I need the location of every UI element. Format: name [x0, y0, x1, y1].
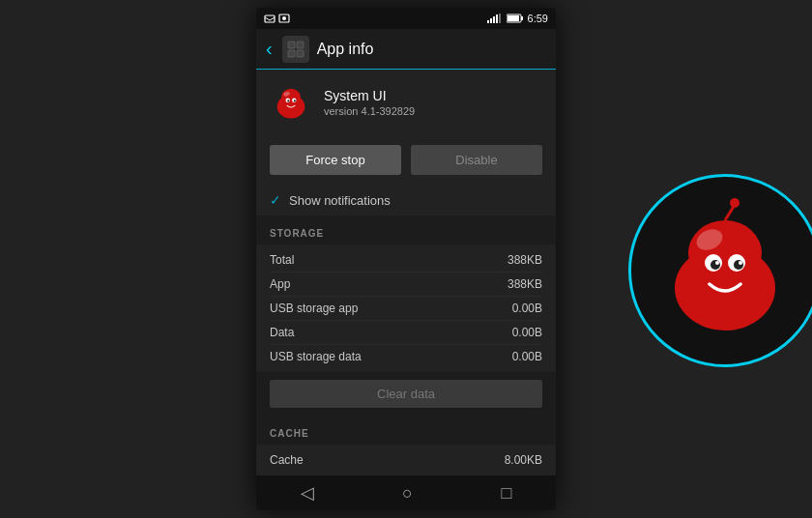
- storage-row-usb-data: USB storage data 0.00B: [270, 345, 542, 368]
- status-icons-right: 6:59: [487, 13, 548, 24]
- notification-icon: [264, 14, 276, 23]
- svg-point-20: [287, 100, 289, 101]
- nav-bar: ◁ ○ □: [256, 475, 556, 510]
- svg-rect-4: [490, 18, 492, 23]
- cache-row: Cache 8.00KB: [270, 448, 542, 472]
- action-bar-title: App info: [317, 41, 374, 58]
- storage-row-app: App 388KB: [270, 273, 542, 297]
- notifications-label: Show notifications: [289, 193, 391, 208]
- svg-point-30: [739, 261, 742, 265]
- storage-label-app: App: [270, 277, 290, 291]
- svg-rect-7: [499, 14, 501, 23]
- storage-value-usb-data: 0.00B: [512, 350, 542, 363]
- svg-rect-6: [496, 14, 498, 23]
- storage-value-app: 388KB: [508, 277, 542, 291]
- cache-table: Cache 8.00KB: [256, 445, 556, 475]
- phone-inner: 6:59 ‹ App info: [256, 8, 556, 510]
- nav-recents-button[interactable]: □: [501, 483, 511, 504]
- nav-back-button[interactable]: ◁: [301, 482, 314, 504]
- storage-label-data: Data: [270, 326, 294, 339]
- svg-point-2: [282, 16, 286, 20]
- cache-title: CACHE: [270, 428, 309, 439]
- app-version: version 4.1-392829: [324, 105, 415, 117]
- storage-label-usb-app: USB storage app: [270, 302, 358, 315]
- jelly-bean-large-svg: [648, 193, 802, 348]
- checkbox-icon: ✓: [270, 192, 281, 208]
- svg-rect-14: [297, 50, 304, 57]
- battery-icon: [507, 14, 524, 23]
- svg-rect-12: [297, 42, 304, 48]
- storage-section-header: STORAGE: [256, 216, 556, 245]
- status-icons-left: [264, 14, 290, 23]
- storage-label-usb-data: USB storage data: [270, 350, 362, 363]
- app-bar-icon: [282, 36, 309, 63]
- storage-table: Total 388KB App 388KB USB storage app 0.…: [256, 245, 556, 372]
- force-stop-button[interactable]: Force stop: [270, 145, 401, 175]
- svg-point-27: [710, 260, 720, 270]
- svg-point-28: [734, 260, 743, 270]
- storage-row-total: Total 388KB: [270, 248, 542, 273]
- storage-title: STORAGE: [270, 228, 324, 239]
- app-header: System UI version 4.1-392829: [256, 70, 556, 135]
- grid-icon: [287, 41, 304, 58]
- storage-value-usb-app: 0.00B: [512, 302, 542, 315]
- phone-wrapper: 6:59 ‹ App info: [0, 0, 812, 518]
- svg-rect-11: [288, 42, 295, 48]
- app-icon-jelly: [270, 81, 312, 124]
- notifications-row[interactable]: ✓ Show notifications: [256, 185, 556, 216]
- svg-rect-5: [493, 16, 495, 23]
- svg-point-32: [730, 198, 740, 208]
- clear-data-button[interactable]: Clear data: [270, 380, 542, 408]
- svg-point-21: [294, 100, 296, 101]
- svg-rect-10: [521, 16, 523, 20]
- back-button[interactable]: ‹: [266, 38, 273, 60]
- disable-button[interactable]: Disable: [411, 145, 542, 175]
- time-display: 6:59: [528, 13, 548, 24]
- svg-rect-13: [288, 50, 295, 57]
- screenshot-icon: [278, 14, 290, 23]
- phone-screen: 6:59 ‹ App info: [256, 8, 556, 510]
- buttons-row: Force stop Disable: [256, 135, 556, 185]
- storage-label-total: Total: [270, 253, 294, 267]
- cache-value: 8.00KB: [505, 453, 542, 467]
- svg-point-23: [688, 220, 762, 286]
- action-bar: ‹ App info: [256, 29, 556, 70]
- svg-point-16: [281, 89, 301, 106]
- signal-icon: [487, 14, 503, 23]
- svg-point-29: [715, 261, 719, 265]
- status-bar: 6:59: [256, 8, 556, 29]
- nav-home-button[interactable]: ○: [402, 483, 413, 504]
- app-info-text: System UI version 4.1-392829: [324, 88, 415, 117]
- storage-row-usb-app: USB storage app 0.00B: [270, 297, 542, 321]
- jelly-bean-overlay: [628, 174, 812, 367]
- storage-value-data: 0.00B: [512, 326, 542, 339]
- svg-rect-3: [487, 20, 489, 23]
- storage-row-data: Data 0.00B: [270, 321, 542, 345]
- cache-section-header: CACHE: [256, 416, 556, 445]
- content-area: System UI version 4.1-392829 Force stop …: [256, 70, 556, 475]
- cache-label: Cache: [270, 453, 304, 467]
- storage-value-total: 388KB: [508, 253, 542, 267]
- svg-rect-0: [265, 15, 275, 22]
- app-name: System UI: [324, 88, 415, 103]
- svg-rect-9: [508, 15, 519, 21]
